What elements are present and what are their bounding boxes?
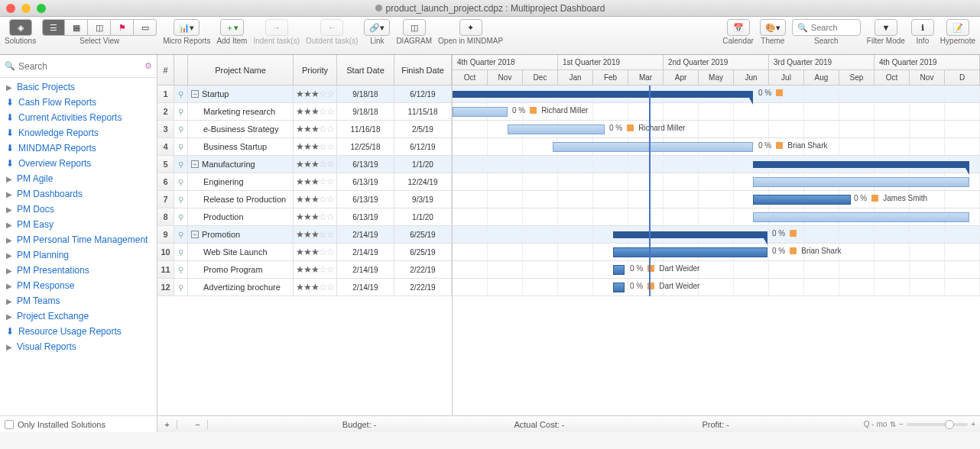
remove-row-button[interactable]: − (193, 420, 208, 429)
table-row[interactable]: 2⚲Marketing research★★★☆☆9/18/1811/15/18 (157, 103, 452, 121)
gantt-bar[interactable] (753, 161, 969, 168)
sidebar-item[interactable]: ⬇Current Activities Reports (0, 110, 157, 125)
gantt-bar[interactable] (753, 195, 851, 205)
table-row[interactable]: 9⚲−Promotion★★★☆☆2/14/196/25/19 (157, 226, 452, 244)
gantt-row[interactable]: 0 %Dart Weider (453, 261, 980, 279)
task-finish[interactable]: 9/3/19 (394, 191, 452, 208)
row-flag[interactable]: ⚲ (174, 261, 188, 278)
task-name[interactable]: −Promotion (188, 226, 294, 243)
table-row[interactable]: 11⚲Promo Program★★★☆☆2/14/192/22/19 (157, 261, 452, 279)
gantt-row[interactable] (453, 156, 980, 173)
gantt-row[interactable]: 0 % (453, 86, 980, 103)
task-name[interactable]: Release to Production (188, 191, 294, 208)
gantt-bar[interactable] (553, 142, 753, 152)
gantt-bar[interactable] (613, 265, 625, 275)
table-row[interactable]: 3⚲e-Business Strategy★★★☆☆11/16/182/5/19 (157, 121, 452, 138)
gantt-row[interactable]: 0 %James Smith (453, 191, 980, 208)
gantt-bar[interactable] (613, 283, 625, 292)
gantt-bar[interactable] (453, 107, 508, 117)
sidebar-item[interactable]: ▶PM Presentations (0, 263, 157, 278)
stepper-icon[interactable]: ⇅ (890, 420, 896, 428)
sidebar-item[interactable]: ▶PM Response (0, 278, 157, 293)
collapse-icon[interactable]: − (191, 231, 199, 238)
gantt-bar[interactable] (613, 247, 767, 257)
open-mindmap-button[interactable]: ✦ (459, 19, 482, 36)
row-flag[interactable]: ⚲ (174, 244, 188, 260)
task-start[interactable]: 2/14/19 (337, 261, 394, 278)
view-grid-button[interactable]: ▦ (65, 19, 88, 36)
task-start[interactable]: 2/14/19 (337, 279, 394, 296)
zoom-control[interactable]: Q - mo ⇅ − + (864, 420, 975, 428)
task-start[interactable]: 6/13/19 (337, 173, 394, 190)
solutions-button[interactable]: ◈ (9, 19, 32, 36)
task-start[interactable]: 11/16/18 (337, 121, 394, 137)
sidebar-item[interactable]: ⬇Knowledge Reports (0, 125, 157, 141)
task-name[interactable]: −Manufacturing (188, 156, 294, 173)
table-row[interactable]: 8⚲Production★★★☆☆6/13/191/1/20 (157, 208, 452, 226)
theme-button[interactable]: 🎨▾ (760, 19, 786, 36)
gantt-bar[interactable] (453, 91, 753, 98)
sidebar-item[interactable]: ⬇Overview Reports (0, 156, 157, 171)
collapse-icon[interactable]: − (191, 160, 199, 168)
task-finish[interactable]: 1/1/20 (394, 208, 452, 225)
task-priority[interactable]: ★★★☆☆ (294, 173, 337, 190)
minimize-window-icon[interactable] (21, 4, 31, 13)
sidebar-item[interactable]: ▶Visual Reports (0, 339, 157, 354)
row-flag[interactable]: ⚲ (174, 173, 188, 190)
task-finish[interactable]: 11/15/18 (394, 103, 452, 120)
col-flag[interactable] (174, 55, 188, 85)
sidebar-item[interactable]: ▶PM Agile (0, 171, 157, 186)
task-name[interactable]: Promo Program (188, 261, 294, 278)
filtermode-button[interactable]: ▼ (875, 19, 897, 36)
link-button[interactable]: 🔗▾ (364, 19, 390, 36)
gantt-bar[interactable] (753, 212, 969, 222)
task-priority[interactable]: ★★★☆☆ (294, 121, 337, 137)
task-start[interactable]: 6/13/19 (337, 156, 394, 173)
table-row[interactable]: 4⚲Business Startup★★★☆☆12/25/186/12/19 (157, 138, 452, 156)
task-finish[interactable]: 6/25/19 (394, 226, 452, 243)
additem-button[interactable]: ＋▾ (220, 19, 244, 36)
view-card-button[interactable]: ▭ (134, 19, 157, 36)
task-finish[interactable]: 1/1/20 (394, 156, 452, 173)
task-start[interactable]: 6/13/19 (337, 208, 394, 225)
task-finish[interactable]: 6/12/19 (394, 86, 452, 102)
only-installed-checkbox[interactable] (5, 420, 14, 429)
close-window-icon[interactable] (6, 4, 15, 13)
task-name[interactable]: −Startup (188, 86, 294, 102)
task-priority[interactable]: ★★★☆☆ (294, 244, 337, 260)
gantt-row[interactable] (453, 208, 980, 226)
task-priority[interactable]: ★★★☆☆ (294, 279, 337, 296)
sidebar-item[interactable]: ⬇MINDMAP Reports (0, 141, 157, 156)
microreports-button[interactable]: 📊▾ (174, 19, 200, 36)
task-start[interactable]: 2/14/19 (337, 226, 394, 243)
gantt-bar[interactable] (753, 177, 969, 187)
col-name[interactable]: Project Name (188, 55, 294, 85)
table-row[interactable]: 6⚲Enginering★★★☆☆6/13/1912/24/19 (157, 173, 452, 191)
col-num[interactable]: # (157, 55, 174, 85)
outdent-button[interactable]: ← (320, 19, 343, 36)
row-flag[interactable]: ⚲ (174, 121, 188, 137)
task-priority[interactable]: ★★★☆☆ (294, 226, 337, 243)
sidebar-item[interactable]: ▶Project Exchange (0, 308, 157, 324)
maximize-window-icon[interactable] (37, 4, 46, 13)
gantt-bar[interactable] (613, 231, 767, 238)
task-name[interactable]: Enginering (188, 173, 294, 190)
view-chart-button[interactable]: ◫ (88, 19, 111, 36)
row-flag[interactable]: ⚲ (174, 103, 188, 120)
task-start[interactable]: 9/18/18 (337, 86, 394, 102)
task-priority[interactable]: ★★★☆☆ (294, 103, 337, 120)
task-priority[interactable]: ★★★☆☆ (294, 261, 337, 278)
sidebar-item[interactable]: ▶PM Personal Time Management (0, 232, 157, 247)
task-priority[interactable]: ★★★☆☆ (294, 138, 337, 155)
zoom-in-icon[interactable]: + (971, 420, 975, 428)
zoom-slider[interactable] (907, 423, 968, 426)
col-finish[interactable]: Finish Date (394, 55, 452, 85)
sidebar-search-input[interactable] (18, 61, 141, 72)
table-row[interactable]: 5⚲−Manufacturing★★★☆☆6/13/191/1/20 (157, 156, 452, 173)
gantt-row[interactable]: 0 %Richard Miller (453, 103, 980, 121)
sidebar-item[interactable]: ▶Basic Projects (0, 79, 157, 95)
task-start[interactable]: 2/14/19 (337, 244, 394, 260)
gantt-row[interactable]: 0 %Richard Miller (453, 121, 980, 138)
calendar-button[interactable]: 📅 (727, 19, 750, 36)
task-name[interactable]: Web Site Launch (188, 244, 294, 260)
